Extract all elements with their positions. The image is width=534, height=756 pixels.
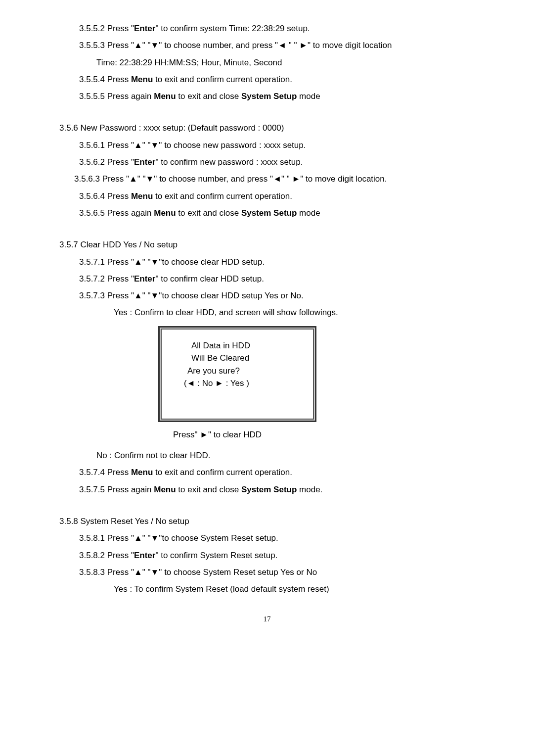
text: to exit and close — [176, 485, 241, 494]
text: 3.5.8.2 Press " — [79, 551, 134, 560]
text: to exit and confirm current operation. — [153, 75, 292, 84]
step-3552: 3.5.5.2 Press "Enter" to confirm system … — [30, 21, 504, 37]
text: " to confirm system Time: 22:38:29 setup… — [155, 24, 310, 33]
text: to exit and confirm current operation. — [153, 191, 292, 201]
step-358: 3.5.8 System Reset Yes / No setup — [30, 514, 504, 529]
step-3573: 3.5.7.3 Press "▲" "▼"to choose clear HDD… — [30, 288, 504, 304]
enter-key: Enter — [134, 551, 155, 560]
menu-key: Menu — [131, 468, 153, 477]
step-3565: 3.5.6.5 Press again Menu to exit and clo… — [30, 205, 504, 221]
step-3555: 3.5.5.5 Press again Menu to exit and clo… — [30, 89, 504, 104]
dialog-line3: Are you sure? — [172, 365, 303, 378]
system-setup: System Setup — [241, 92, 297, 101]
text: " to confirm clear HDD setup. — [155, 274, 264, 284]
menu-key: Menu — [131, 191, 153, 201]
enter-key: Enter — [134, 24, 155, 33]
system-setup: System Setup — [241, 208, 297, 218]
no-confirm: No : Confirm not to clear HDD. — [30, 448, 504, 464]
text: 3.5.7.4 Press — [79, 468, 131, 477]
text: to exit and confirm current operation. — [153, 468, 292, 477]
enter-key: Enter — [134, 157, 155, 167]
text: 3.5.7.2 Press " — [79, 274, 134, 284]
text: mode — [297, 92, 320, 101]
press-clear-hdd: Press" ►" to clear HDD — [30, 427, 504, 443]
step-3581: 3.5.8.1 Press "▲" "▼"to choose System Re… — [30, 530, 504, 546]
text: 3.5.5.2 Press " — [79, 24, 134, 33]
dialog-line1: All Data in HDD — [172, 339, 303, 352]
text: 3.5.6.5 Press again — [79, 208, 154, 218]
step-3554: 3.5.5.4 Press Menu to exit and confirm c… — [30, 72, 504, 88]
text: to exit and close — [176, 208, 241, 218]
dialog-line2: Will Be Cleared — [172, 352, 303, 365]
step-3583: 3.5.8.3 Press "▲" "▼" to choose System R… — [30, 565, 504, 580]
step-3553: 3.5.5.3 Press "▲" "▼" to choose number, … — [30, 38, 504, 53]
step-3571: 3.5.7.1 Press "▲" "▼"to choose clear HDD… — [30, 254, 504, 270]
step-3575: 3.5.7.5 Press again Menu to exit and clo… — [30, 482, 504, 498]
text: 3.5.5.5 Press again — [79, 92, 154, 101]
step-3574: 3.5.7.4 Press Menu to exit and confirm c… — [30, 465, 504, 480]
text: " to confirm System Reset setup. — [155, 551, 277, 560]
step-3573-yes: Yes : Confirm to clear HDD, and screen w… — [30, 305, 504, 321]
menu-key: Menu — [131, 75, 153, 84]
dialog-line4: (◄ : No ► : Yes ) — [172, 377, 303, 390]
menu-key: Menu — [154, 485, 176, 494]
step-3583-yes: Yes : To confirm System Reset (load defa… — [30, 581, 504, 597]
page-number: 17 — [30, 612, 504, 626]
text: 3.5.7.5 Press again — [79, 485, 154, 494]
step-356: 3.5.6 New Password : xxxx setup: (Defaul… — [30, 120, 504, 136]
text: 3.5.5.4 Press — [79, 75, 131, 84]
text: 3.5.6.4 Press — [79, 191, 131, 201]
text: 3.5.6.2 Press " — [79, 157, 134, 167]
text: to exit and close — [176, 92, 241, 101]
step-3572: 3.5.7.2 Press "Enter" to confirm clear H… — [30, 271, 504, 287]
menu-key: Menu — [154, 92, 176, 101]
text: " to confirm new password : xxxx setup. — [155, 157, 303, 167]
confirm-dialog: All Data in HDD Will Be Cleared Are you … — [158, 326, 504, 422]
enter-key: Enter — [134, 274, 155, 284]
text: mode. — [297, 485, 322, 494]
step-357: 3.5.7 Clear HDD Yes / No setup — [30, 237, 504, 253]
text: mode — [297, 208, 320, 218]
step-3563: 3.5.6.3 Press "▲" "▼" to choose number, … — [30, 171, 504, 187]
step-3564: 3.5.6.4 Press Menu to exit and confirm c… — [30, 189, 504, 204]
step-3562: 3.5.6.2 Press "Enter" to confirm new pas… — [30, 154, 504, 170]
menu-key: Menu — [154, 208, 176, 218]
system-setup: System Setup — [241, 485, 297, 494]
step-3561: 3.5.6.1 Press "▲" "▼" to choose new pass… — [30, 138, 504, 153]
step-3553-time: Time: 22:38:29 HH:MM:SS; Hour, Minute, S… — [30, 55, 504, 71]
step-3582: 3.5.8.2 Press "Enter" to confirm System … — [30, 548, 504, 564]
